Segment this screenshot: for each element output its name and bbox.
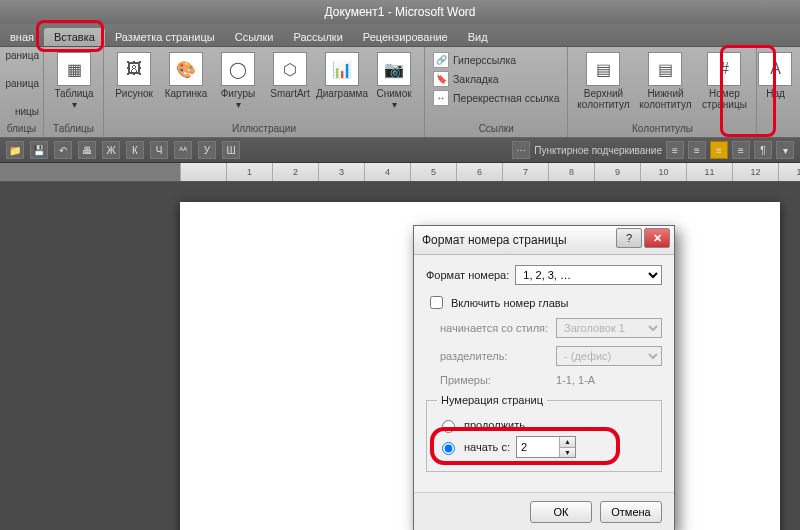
tab-page-layout[interactable]: Разметка страницы xyxy=(105,28,225,46)
picture-button[interactable]: 🖼Рисунок xyxy=(108,50,160,110)
ruler-tick: 3 xyxy=(318,163,364,181)
horizontal-ruler[interactable]: 1 2 3 4 5 6 7 8 9 10 11 12 13 xyxy=(0,163,800,182)
ruler-tick: 9 xyxy=(594,163,640,181)
qat-btn[interactable]: ≡ xyxy=(732,141,750,159)
qat-btn[interactable]: ↶ xyxy=(54,141,72,159)
qat-btn[interactable]: 💾 xyxy=(30,141,48,159)
number-format-label: Формат номера: xyxy=(426,269,509,281)
group-title-headfoot: Колонтитулы xyxy=(572,123,752,135)
qat-btn[interactable]: Ж xyxy=(102,141,120,159)
ruler-tick xyxy=(180,163,226,181)
tab-insert[interactable]: Вставка xyxy=(44,28,105,46)
qat-btn[interactable]: К xyxy=(126,141,144,159)
page-number-format-dialog: Формат номера страницы ? ✕ Формат номера… xyxy=(413,225,675,530)
ruler-tick: 12 xyxy=(732,163,778,181)
qat-btn[interactable]: Ч xyxy=(150,141,168,159)
bookmark-button[interactable]: 🔖Закладка xyxy=(433,71,559,87)
qat-btn[interactable]: ᴬᴬ xyxy=(174,141,192,159)
group-header-footer: ▤Верхний колонтитул ▤Нижний колонтитул #… xyxy=(568,47,757,137)
qat-btn[interactable]: ¶ xyxy=(754,141,772,159)
cancel-button[interactable]: Отмена xyxy=(600,501,662,523)
spinner-down[interactable]: ▼ xyxy=(560,448,575,458)
spinner-up[interactable]: ▲ xyxy=(560,437,575,448)
ribbon-tabs: вная Вставка Разметка страницы Ссылки Ра… xyxy=(0,24,800,47)
page-break-partial[interactable]: ницы xyxy=(4,106,39,118)
separator-label: разделитель: xyxy=(440,350,550,362)
ribbon: раница раница ницы блицы ▦ Таблица▾ Табл… xyxy=(0,47,800,138)
qat-btn[interactable]: 🖶 xyxy=(78,141,96,159)
start-at-radio[interactable] xyxy=(442,442,455,455)
tab-view[interactable]: Вид xyxy=(458,28,498,46)
tab-references[interactable]: Ссылки xyxy=(225,28,284,46)
qat-btn[interactable]: ≡ xyxy=(710,141,728,159)
table-button[interactable]: ▦ Таблица▾ xyxy=(48,50,100,110)
chevron-down-icon: ▾ xyxy=(72,99,77,110)
include-chapter-checkbox[interactable] xyxy=(430,296,443,309)
qat-btn[interactable]: ≡ xyxy=(688,141,706,159)
page-numbering-fieldset: Нумерация страниц продолжить начать с: ▲… xyxy=(426,394,662,472)
qat-btn[interactable]: 📁 xyxy=(6,141,24,159)
dashed-underline-label: Пунктирное подчеркивание xyxy=(534,145,662,156)
continue-label: продолжить xyxy=(464,419,525,431)
tab-mailings[interactable]: Рассылки xyxy=(283,28,352,46)
help-button[interactable]: ? xyxy=(616,228,642,248)
smartart-icon: ⬡ xyxy=(273,52,307,86)
shapes-button[interactable]: ◯Фигуры▾ xyxy=(212,50,264,110)
group-title-links: Ссылки xyxy=(429,123,563,135)
cover-page-partial[interactable]: раница xyxy=(4,50,39,62)
group-title-tables: Таблицы xyxy=(48,123,99,135)
footer-button[interactable]: ▤Нижний колонтитул xyxy=(634,50,696,110)
examples-label: Примеры: xyxy=(440,374,550,386)
dialog-title: Формат номера страницы xyxy=(422,233,567,247)
textbox-icon: A xyxy=(758,52,792,86)
chart-button[interactable]: 📊Диаграмма xyxy=(316,50,368,110)
tab-review[interactable]: Рецензирование xyxy=(353,28,458,46)
clipart-button[interactable]: 🎨Картинка xyxy=(160,50,212,110)
picture-icon: 🖼 xyxy=(117,52,151,86)
chevron-down-icon: ▾ xyxy=(236,99,241,110)
qat-btn[interactable]: У xyxy=(198,141,216,159)
qat-btn[interactable]: ≡ xyxy=(666,141,684,159)
group-tables: ▦ Таблица▾ Таблицы xyxy=(44,47,104,137)
screenshot-button[interactable]: 📷Снимок▾ xyxy=(368,50,420,110)
continue-radio[interactable] xyxy=(442,420,455,433)
group-links: 🔗Гиперссылка 🔖Закладка ↔Перекрестная ссы… xyxy=(425,47,568,137)
page-number-button[interactable]: #Номер страницы xyxy=(696,50,752,110)
group-text-partial: AНад xyxy=(757,47,787,137)
footer-icon: ▤ xyxy=(648,52,682,86)
ok-button[interactable]: ОК xyxy=(530,501,592,523)
ruler-tick: 8 xyxy=(548,163,594,181)
dashed-underline-icon[interactable]: ⋯ xyxy=(512,141,530,159)
blank-page-partial[interactable]: раница xyxy=(4,78,39,90)
textbox-button-partial[interactable]: AНад xyxy=(761,50,789,99)
close-button[interactable]: ✕ xyxy=(644,228,670,248)
clipart-icon: 🎨 xyxy=(169,52,203,86)
header-button[interactable]: ▤Верхний колонтитул xyxy=(572,50,634,110)
ruler-tick: 13 xyxy=(778,163,800,181)
ruler-tick: 6 xyxy=(456,163,502,181)
dialog-titlebar[interactable]: Формат номера страницы ? ✕ xyxy=(414,226,674,255)
number-format-select[interactable]: 1, 2, 3, … xyxy=(515,265,662,285)
hyperlink-button[interactable]: 🔗Гиперссылка xyxy=(433,52,559,68)
chevron-down-icon: ▾ xyxy=(392,99,397,110)
chapter-style-select: Заголовок 1 xyxy=(556,318,662,338)
shapes-icon: ◯ xyxy=(221,52,255,86)
qat-btn[interactable]: ▾ xyxy=(776,141,794,159)
tab-home-partial[interactable]: вная xyxy=(0,28,44,46)
page-numbering-legend: Нумерация страниц xyxy=(437,394,547,406)
app-title: Документ1 - Microsoft Word xyxy=(324,5,475,19)
start-at-label: начать с: xyxy=(464,441,510,453)
crossref-button[interactable]: ↔Перекрестная ссылка xyxy=(433,90,559,106)
qat-btn[interactable]: Ш xyxy=(222,141,240,159)
group-illustrations: 🖼Рисунок 🎨Картинка ◯Фигуры▾ ⬡SmartArt 📊Д… xyxy=(104,47,425,137)
ruler-tick: 5 xyxy=(410,163,456,181)
table-icon: ▦ xyxy=(57,52,91,86)
title-bar: Документ1 - Microsoft Word xyxy=(0,0,800,24)
start-at-spinner[interactable]: ▲▼ xyxy=(516,436,576,458)
document-area xyxy=(0,182,800,530)
hyperlink-icon: 🔗 xyxy=(433,52,449,68)
separator-select: - (дефис) xyxy=(556,346,662,366)
crossref-icon: ↔ xyxy=(433,90,449,106)
start-at-input[interactable] xyxy=(517,437,559,457)
smartart-button[interactable]: ⬡SmartArt xyxy=(264,50,316,110)
